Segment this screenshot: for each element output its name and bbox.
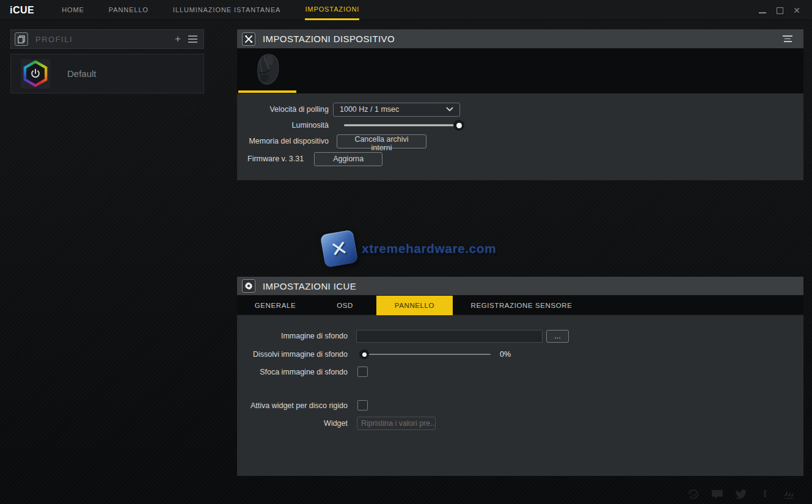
svg-text:24: 24	[691, 492, 697, 498]
hdd-widget-label: Attiva widget per disco rigido	[237, 401, 348, 410]
blur-label: Sfoca immagine di sfondo	[237, 368, 348, 376]
bg-image-row: Immagine di sfondo ...	[237, 327, 803, 345]
device-tabstrip	[237, 49, 803, 94]
profiles-menu-icon[interactable]	[188, 35, 197, 43]
window-controls: ✕	[758, 0, 801, 20]
clear-memory-button[interactable]: Cancella archivi interni	[337, 134, 426, 148]
twitter-icon[interactable]	[735, 488, 747, 500]
mouse-device-icon	[249, 51, 286, 90]
nav-instant-lighting[interactable]: ILLUMINAZIONE ISTANTANEA	[173, 0, 280, 20]
top-nav: HOME PANNELLO ILLUMINAZIONE ISTANTANEA I…	[62, 0, 359, 20]
device-tab-mouse[interactable]	[238, 49, 296, 94]
bg-image-label: Immagine di sfondo	[237, 332, 348, 340]
forum-icon[interactable]	[711, 488, 723, 500]
device-settings-header: IMPOSTAZIONI DISPOSITIVO	[237, 29, 803, 49]
facebook-icon[interactable]: f	[759, 488, 771, 500]
power-icon	[29, 68, 42, 80]
icue-settings-title: IMPOSTAZIONI ICUE	[263, 281, 356, 291]
device-memory-label: Memoria del dispositivo	[237, 137, 329, 145]
update-firmware-button[interactable]: Aggiorna	[314, 152, 382, 166]
hdd-widget-checkbox[interactable]	[357, 400, 368, 411]
nav-settings[interactable]: IMPOSTAZIONI	[305, 0, 359, 20]
profiles-sidebar: PROFILI + Default	[10, 29, 204, 93]
polling-rate-row: Velocità di polling 1000 Hz / 1 msec	[237, 101, 803, 117]
support-247-icon[interactable]: 24	[687, 488, 700, 500]
app-logo: iCUE	[10, 0, 34, 20]
slider-track[interactable]	[364, 354, 491, 355]
icue-settings-body: Immagine di sfondo ... Dissolvi immagine…	[237, 315, 803, 476]
device-settings-body: Velocità di polling 1000 Hz / 1 msec Lum…	[237, 94, 803, 180]
bg-image-input[interactable]	[356, 330, 543, 343]
icue-settings-header: IMPOSTAZIONI ICUE	[237, 277, 803, 296]
top-bar: iCUE HOME PANNELLO ILLUMINAZIONE ISTANTA…	[0, 0, 812, 20]
fade-slider[interactable]	[359, 349, 491, 360]
fade-value: 0%	[500, 350, 511, 359]
nav-home[interactable]: HOME	[62, 0, 84, 20]
tab-sensor-logging[interactable]: REGISTRAZIONE SENSORE	[453, 296, 590, 315]
add-profile-icon[interactable]: +	[175, 34, 181, 44]
icue-settings-panel: IMPOSTAZIONI ICUE GENERALE OSD PANNELLO …	[237, 277, 803, 476]
brightness-slider[interactable]	[344, 119, 459, 131]
close-icon[interactable]: ✕	[792, 6, 801, 15]
restore-defaults-button[interactable]: Ripristina i valori pre...	[357, 417, 436, 430]
slider-handle[interactable]	[453, 120, 464, 131]
polling-rate-label: Velocità di polling	[237, 105, 329, 114]
brightness-label: Luminosità	[237, 121, 329, 130]
watermark-text: xtremehardware.com	[362, 241, 496, 256]
widget-label: Widget	[237, 419, 348, 428]
profiles-title: PROFILI	[35, 35, 73, 44]
profile-avatar	[21, 59, 50, 89]
tab-osd[interactable]: OSD	[313, 296, 376, 315]
footer-social: 24 f	[687, 488, 795, 500]
polling-rate-dropdown[interactable]: 1000 Hz / 1 msec	[333, 103, 460, 117]
tools-icon	[242, 32, 255, 46]
widget-row: Widget Ripristina i valori pre...	[237, 415, 803, 431]
device-settings-title: IMPOSTAZIONI DISPOSITIVO	[263, 34, 395, 44]
device-settings-panel: IMPOSTAZIONI DISPOSITIVO	[237, 29, 803, 180]
chevron-down-icon	[446, 107, 453, 112]
tab-general[interactable]: GENERALE	[237, 296, 313, 315]
hdd-widget-row: Attiva widget per disco rigido	[237, 397, 803, 414]
slider-track[interactable]	[344, 125, 459, 126]
minimize-icon[interactable]	[758, 6, 767, 15]
nav-dashboard[interactable]: PANNELLO	[109, 0, 148, 20]
corsair-icon[interactable]	[783, 488, 795, 500]
fade-label: Dissolvi immagine di sfondo	[237, 350, 348, 359]
firmware-version-label: Firmware v. 3.31	[237, 155, 304, 163]
watermark-logo-icon: ✕	[320, 230, 359, 268]
active-tab-underline	[238, 90, 296, 93]
slider-handle[interactable]	[359, 349, 369, 359]
device-memory-row: Memoria del dispositivo Cancella archivi…	[237, 133, 803, 149]
blur-row: Sfoca immagine di sfondo	[237, 363, 803, 380]
device-panel-menu-icon[interactable]	[783, 35, 792, 42]
profile-item-default[interactable]: Default	[10, 54, 204, 93]
fade-row: Dissolvi immagine di sfondo 0%	[237, 345, 803, 363]
browse-button[interactable]: ...	[546, 330, 569, 343]
profiles-icon	[15, 32, 28, 46]
brightness-row: Luminosità	[237, 117, 803, 133]
gear-icon	[242, 279, 255, 293]
blur-checkbox[interactable]	[357, 367, 368, 377]
profile-name: Default	[67, 68, 97, 79]
watermark: ✕ xtremehardware.com	[323, 232, 496, 265]
icue-tabstrip: GENERALE OSD PANNELLO REGISTRAZIONE SENS…	[237, 296, 803, 315]
tab-dashboard[interactable]: PANNELLO	[376, 296, 453, 315]
polling-rate-value: 1000 Hz / 1 msec	[340, 105, 399, 114]
profiles-header: PROFILI +	[10, 29, 204, 49]
maximize-icon[interactable]	[775, 6, 784, 15]
firmware-row: Firmware v. 3.31 Aggiorna	[237, 151, 803, 167]
